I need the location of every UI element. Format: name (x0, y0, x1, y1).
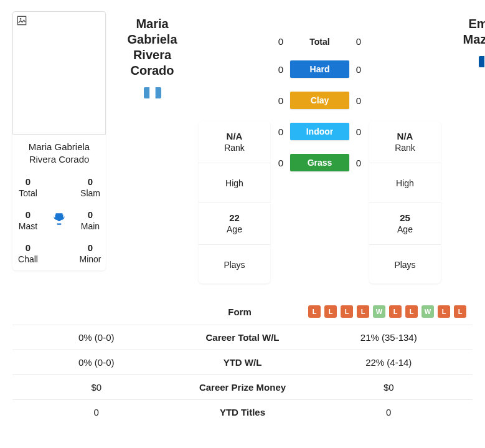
p1-minor-titles: 0 Minor (75, 242, 106, 264)
svg-rect-2 (144, 87, 149, 98)
svg-rect-0 (17, 16, 26, 24)
surface-grass-button[interactable]: Grass (290, 154, 349, 171)
player1-header: Maria Gabriela Rivera Corado (113, 11, 191, 100)
form-badge: L (357, 305, 369, 318)
surface-clay-button[interactable]: Clay (290, 92, 349, 109)
comparison-table: Form LLLLWLLWLL 0% (0-0) Career Total W/… (12, 298, 473, 424)
svg-rect-4 (155, 87, 161, 98)
p1-age: 22 Age (199, 203, 270, 245)
cmp-career-row: 0% (0-0) Career Total W/L 21% (35-134) (12, 325, 473, 350)
p2-rank: N/A Rank (369, 121, 441, 163)
svg-rect-5 (479, 56, 484, 67)
form-badge: L (389, 305, 402, 318)
p1-total-titles: 0 Total (12, 176, 44, 198)
p2-age: 25 Age (369, 203, 441, 245)
cmp-titles-row: 0 YTD Titles 0 (12, 400, 473, 424)
surface-indoor-button[interactable]: Indoor (290, 123, 349, 140)
player2-flag-icon (479, 56, 486, 67)
surface-hard-button[interactable]: Hard (290, 60, 349, 78)
player2-header: Emma Mazzoni (448, 11, 485, 69)
trophy-icon (44, 211, 75, 229)
form-badge: L (405, 305, 418, 318)
h2h-grass-row: 0 Grass 0 (278, 154, 362, 171)
h2h-hard-row: 0 Hard 0 (278, 60, 362, 78)
player2-stats-card: N/A Rank High 25 Age Plays (369, 121, 441, 284)
player1-photo (12, 11, 106, 135)
form-badge: L (308, 305, 321, 318)
h2h-indoor-row: 0 Indoor 0 (278, 123, 362, 140)
svg-rect-3 (149, 87, 155, 98)
form-badge: W (373, 305, 385, 318)
p1-rank: N/A Rank (199, 121, 270, 163)
form-badge: L (324, 305, 337, 318)
p1-mast-titles: 0 Mast (12, 209, 44, 231)
h2h-column: 0 Total 0 0 Hard 0 0 Clay 0 0 Indoor 0 0… (278, 11, 362, 185)
player1-name: Maria Gabriela Rivera Corado (12, 141, 106, 165)
p1-high: High (199, 163, 270, 203)
broken-image-icon (17, 16, 27, 26)
p1-chall-titles: 0 Chall (12, 242, 44, 264)
cmp-form-row: Form LLLLWLLWLL (12, 298, 473, 325)
player1-flag-icon (144, 87, 161, 98)
form-badge: W (421, 305, 434, 318)
p2-plays: Plays (369, 245, 441, 284)
form-badge: L (341, 305, 353, 318)
p1-main-titles: 0 Main (75, 209, 106, 231)
p1-plays: Plays (199, 245, 270, 284)
cmp-prize-row: $0 Career Prize Money $0 (12, 375, 473, 400)
form-badge: L (454, 305, 466, 318)
h2h-clay-row: 0 Clay 0 (278, 92, 362, 109)
cmp-ytd-row: 0% (0-0) YTD W/L 22% (4-14) (12, 350, 473, 375)
player1-card: Maria Gabriela Rivera Corado 0 Total 0 S… (12, 11, 106, 270)
form-p2: LLLLWLLWLL (302, 305, 473, 318)
p1-slam-titles: 0 Slam (75, 176, 106, 198)
p2-high: High (369, 163, 441, 203)
player1-stats-card: N/A Rank High 22 Age Plays (199, 121, 270, 284)
svg-point-1 (20, 18, 22, 20)
h2h-total-row: 0 Total 0 (278, 36, 362, 47)
form-badge: L (438, 305, 450, 318)
